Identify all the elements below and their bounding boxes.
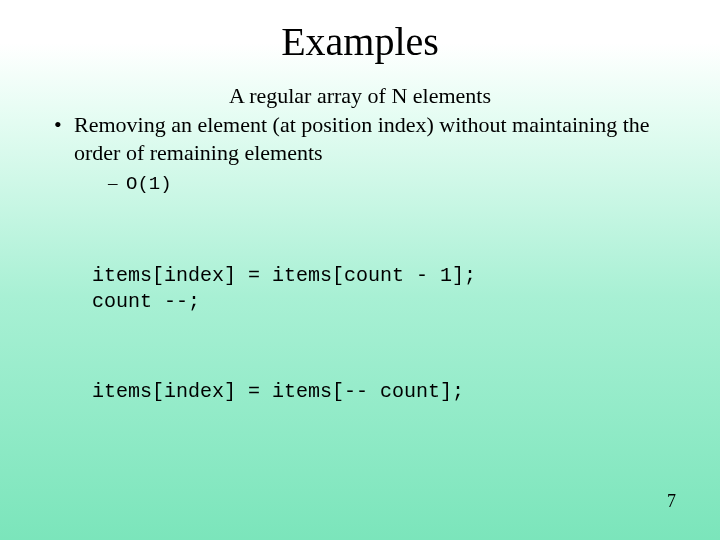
sub-bullet-text: O(1) [126,173,172,195]
bullet-list: Removing an element (at position index) … [48,111,672,197]
slide-subtitle: A regular array of N elements [48,83,672,109]
code-block-2: items[index] = items[-- count]; [92,379,672,405]
code-block-1: items[index] = items[count - 1]; count -… [92,263,672,315]
page-number: 7 [667,491,676,512]
slide-title: Examples [48,18,672,65]
code-line: items[index] = items[-- count]; [92,380,464,403]
code-line: count --; [92,290,200,313]
code-line: items[index] = items[count - 1]; [92,264,476,287]
sub-bullet-list: O(1) [74,171,672,196]
bullet-item: Removing an element (at position index) … [48,111,672,197]
slide: Examples A regular array of N elements R… [0,0,720,540]
bullet-text: Removing an element (at position index) … [74,112,650,165]
sub-bullet-item: O(1) [74,171,672,196]
